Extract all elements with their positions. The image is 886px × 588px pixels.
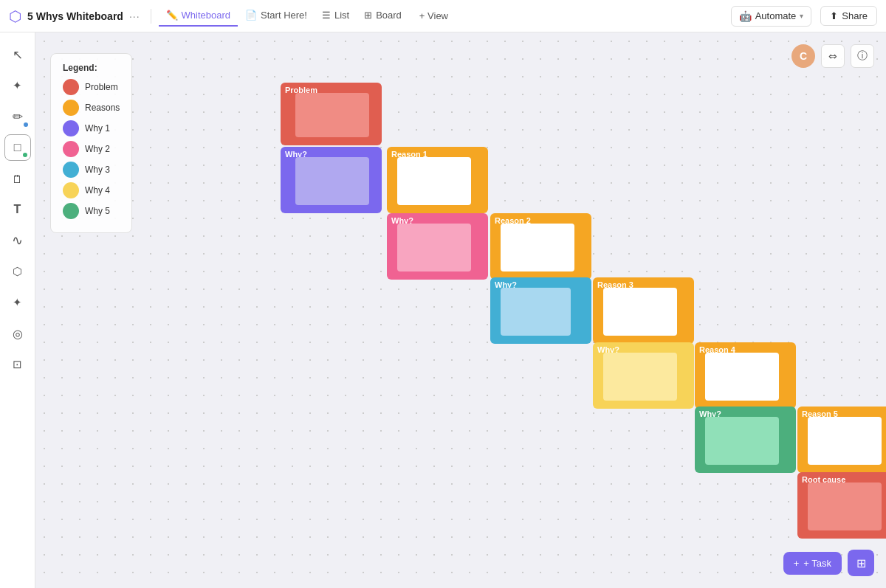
block-inner-why2: [397, 224, 471, 271]
user-avatar[interactable]: C: [791, 44, 815, 68]
legend-item: Problem: [63, 79, 120, 95]
block-inner-why3: [501, 288, 571, 336]
block-inner-why4: [603, 353, 677, 401]
select-tool[interactable]: ↖: [4, 41, 31, 68]
block-inner-problem: [295, 93, 369, 137]
block-why1[interactable]: Why?: [281, 147, 382, 213]
block-inner-reason4: [705, 353, 779, 401]
legend-color-swatch: [63, 120, 79, 136]
legend-color-swatch: [63, 79, 79, 95]
tab-start-here[interactable]: 📄Start Here!: [238, 5, 315, 27]
block-inner-reason2: [501, 224, 574, 271]
tab-list[interactable]: ☰List: [315, 5, 357, 27]
nav-tabs: ✏️Whiteboard📄Start Here!☰List⊞Board: [159, 5, 409, 27]
add-view-btn[interactable]: + View: [412, 6, 456, 26]
bottom-right-controls: + + Task ⊞: [783, 550, 874, 576]
brush-tool[interactable]: ∿: [4, 227, 31, 254]
legend-title: Legend:: [63, 63, 120, 73]
network-tool[interactable]: ⬡: [4, 258, 31, 285]
block-inner-why5: [705, 417, 779, 465]
legend-item: Why 3: [63, 162, 120, 178]
automate-button[interactable]: 🤖 Automate ▾: [731, 6, 812, 27]
task-label: + Task: [803, 558, 831, 569]
grid-view-button[interactable]: ⊞: [848, 550, 874, 576]
legend-item-label: Why 5: [85, 206, 110, 216]
canvas-controls: C ⇔ ⓘ: [791, 44, 874, 68]
shapes-tool[interactable]: □: [4, 134, 31, 161]
block-inner-rootcause: [808, 482, 882, 530]
legend-color-swatch: [63, 203, 79, 219]
block-reason1[interactable]: Reason 1: [387, 147, 488, 213]
share-icon: ⬆: [830, 10, 838, 21]
integrations-tool[interactable]: ⊡: [4, 351, 31, 378]
tab-whiteboard[interactable]: ✏️Whiteboard: [159, 5, 238, 27]
legend-panel: Legend: Problem Reasons Why 1 Why 2 Why …: [50, 53, 132, 233]
legend-item-label: Reasons: [85, 103, 120, 113]
block-inner-reason1: [397, 157, 471, 205]
block-rootcause[interactable]: Root cause: [797, 472, 886, 539]
header: ⬡ 5 Whys Whiteboard ··· ✏️Whiteboard📄Sta…: [0, 0, 886, 32]
add-task-button[interactable]: + + Task: [783, 552, 842, 575]
ellipsis-menu[interactable]: ···: [129, 10, 140, 22]
legend-color-swatch: [63, 182, 79, 198]
legend-color-swatch: [63, 100, 79, 116]
info-button[interactable]: ⓘ: [851, 44, 874, 68]
legend-item-label: Why 4: [85, 185, 110, 196]
legend-item: Why 5: [63, 203, 120, 219]
legend-item: Reasons: [63, 100, 120, 116]
block-reason5[interactable]: Reason 5: [797, 407, 886, 473]
magic-tool[interactable]: ✦: [4, 72, 31, 99]
globe-tool[interactable]: ◎: [4, 320, 31, 347]
legend-color-swatch: [63, 141, 79, 157]
block-problem[interactable]: Problem: [281, 83, 382, 145]
fit-view-button[interactable]: ⇔: [821, 44, 845, 68]
block-inner-reason3: [603, 288, 677, 336]
main: ↖ ✦ ✏ □ 🗒 T ∿ ⬡ ✦ ◎ ⊡ Legend: Problem Re…: [0, 32, 886, 588]
legend-item: Why 1: [63, 120, 120, 136]
share-button[interactable]: ⬆ Share: [820, 6, 877, 26]
block-reason3[interactable]: Reason 3: [593, 277, 694, 344]
legend-item-label: Why 3: [85, 165, 110, 175]
legend-item: Why 2: [63, 141, 120, 157]
block-reason4[interactable]: Reason 4: [695, 342, 796, 409]
legend-color-swatch: [63, 162, 79, 178]
whiteboard-canvas[interactable]: Legend: Problem Reasons Why 1 Why 2 Why …: [35, 32, 886, 588]
block-why2[interactable]: Why?: [387, 213, 488, 280]
automate-icon: 🤖: [739, 10, 752, 22]
stars-tool[interactable]: ✦: [4, 289, 31, 316]
text-tool[interactable]: T: [4, 196, 31, 223]
plus-icon: +: [794, 558, 800, 569]
block-inner-reason5: [808, 417, 882, 465]
block-why4[interactable]: Why?: [593, 342, 694, 409]
block-inner-why1: [295, 157, 369, 205]
note-tool[interactable]: 🗒: [4, 165, 31, 192]
legend-item: Why 4: [63, 182, 120, 198]
legend-item-label: Why 2: [85, 144, 110, 154]
left-toolbar: ↖ ✦ ✏ □ 🗒 T ∿ ⬡ ✦ ◎ ⊡: [0, 32, 35, 588]
pen-tool[interactable]: ✏: [4, 103, 31, 130]
app-icon: ⬡: [9, 7, 21, 25]
block-why5[interactable]: Why?: [695, 407, 796, 473]
block-reason2[interactable]: Reason 2: [490, 213, 591, 280]
block-why3[interactable]: Why?: [490, 277, 591, 344]
legend-item-label: Problem: [85, 82, 118, 92]
tab-board[interactable]: ⊞Board: [357, 5, 409, 27]
chevron-down-icon: ▾: [800, 12, 803, 20]
legend-item-label: Why 1: [85, 123, 110, 134]
page-title: 5 Whys Whiteboard: [27, 10, 123, 22]
